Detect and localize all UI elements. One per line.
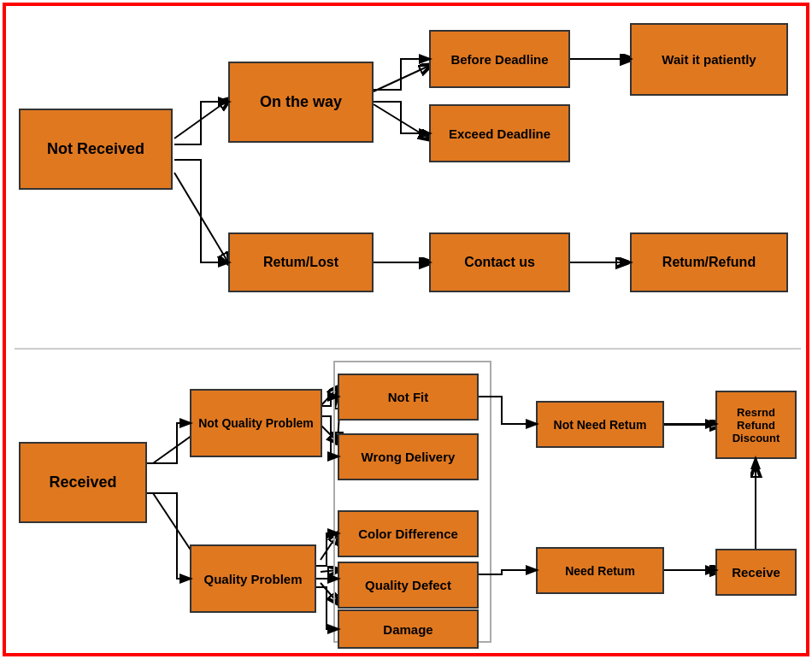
node-contact-us: Contact us	[429, 232, 570, 292]
node-not-received: Not Received	[19, 109, 173, 190]
svg-line-2	[374, 66, 429, 91]
node-damage: Damage	[338, 609, 479, 649]
node-wrong-delivery: Wrong Delivery	[338, 433, 479, 480]
node-wait-patiently: Wait it patiently	[630, 23, 788, 96]
node-retum-refund: Retum/Refund	[630, 232, 788, 292]
node-exceed-deadline: Exceed Deadline	[429, 104, 570, 162]
node-before-deadline: Before Deadline	[429, 30, 570, 88]
svg-line-0	[174, 100, 228, 138]
node-receive: Receive	[715, 549, 797, 596]
section-divider	[15, 348, 801, 350]
node-on-the-way: On the way	[228, 62, 374, 143]
node-not-quality-problem: Not Quality Problem	[190, 389, 322, 457]
node-not-need-retum: Not Need Retum	[536, 401, 664, 448]
node-resrnd-refund: Resrnd Refund Discount	[715, 391, 797, 459]
svg-line-3	[374, 104, 429, 138]
diagram-container: Not Received On the way Before Deadline …	[3, 3, 809, 656]
node-not-fit: Not Fit	[338, 374, 479, 421]
node-retum-lost: Retum/Lost	[228, 232, 374, 292]
node-need-retum: Need Retum	[536, 547, 664, 594]
node-color-difference: Color Difference	[338, 510, 479, 557]
node-quality-defect: Quality Defect	[338, 562, 479, 609]
node-received: Received	[19, 442, 147, 523]
svg-line-1	[174, 173, 228, 262]
node-quality-problem: Quality Problem	[190, 544, 316, 613]
